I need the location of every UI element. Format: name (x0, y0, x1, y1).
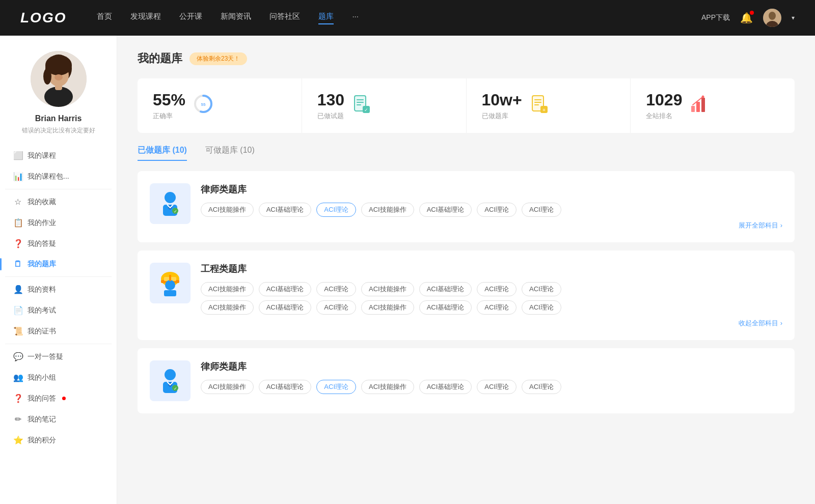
sidebar-item-group[interactable]: 👥 我的小组 (5, 367, 112, 388)
tag-l1-5[interactable]: ACI理论 (477, 203, 517, 217)
sidebar-label-oneone: 一对一答疑 (28, 352, 63, 361)
accuracy-chart-icon: 55 (194, 94, 213, 117)
sidebar-menu: ⬜ 我的课程 📊 我的课程包... ☆ 我的收藏 📋 我的作业 ❓ 我的答疑 🗒 (0, 145, 117, 451)
sidebar-item-notes[interactable]: ✏ 我的笔记 (5, 409, 112, 430)
stat-accuracy-label: 正确率 (153, 111, 185, 121)
doc-teal-icon: ✓ (352, 95, 371, 117)
user-avatar-nav[interactable] (763, 9, 781, 27)
myqa-dot (62, 397, 66, 400)
expand-link-lawyer-1[interactable]: 展开全部科目 › (201, 221, 782, 230)
svg-rect-30 (696, 102, 700, 112)
qbank-icon-lawyer-1: ✓ (150, 183, 191, 224)
tag-l1-1[interactable]: ACI基础理论 (259, 203, 312, 217)
stat-done-bank-label: 已做题库 (482, 111, 522, 121)
exam-icon: 📄 (13, 305, 22, 315)
tag-e-2[interactable]: ACI理论 (316, 282, 356, 296)
tag-e-4[interactable]: ACI基础理论 (419, 282, 472, 296)
tags-row-engineer-2: ACI技能操作 ACI基础理论 ACI理论 ACI技能操作 ACI基础理论 AC… (201, 300, 782, 315)
nav-news[interactable]: 新闻资讯 (221, 12, 251, 24)
tag-e-5[interactable]: ACI理论 (477, 282, 517, 296)
sidebar-item-homework[interactable]: 📋 我的作业 (5, 212, 112, 233)
tag-e-ex-6[interactable]: ACI理论 (522, 300, 561, 315)
tags-row-engineer-1: ACI技能操作 ACI基础理论 ACI理论 ACI技能操作 ACI基础理论 AC… (201, 282, 782, 296)
nav-qa[interactable]: 问答社区 (269, 12, 300, 24)
svg-point-1 (769, 12, 776, 20)
sidebar-item-favorites[interactable]: ☆ 我的收藏 (5, 191, 112, 212)
tag-l2-6[interactable]: ACI理论 (522, 380, 561, 394)
sidebar-item-course[interactable]: ⬜ 我的课程 (5, 145, 112, 166)
page-header: 我的题库 体验剩余23天！ (138, 51, 795, 66)
stat-accuracy-text: 55% 正确率 (153, 91, 185, 121)
tag-l1-4[interactable]: ACI基础理论 (419, 203, 472, 217)
tag-l1-6[interactable]: ACI理论 (522, 203, 561, 217)
svg-text:✓: ✓ (174, 386, 177, 391)
stat-rank-text: 1029 全站排名 (646, 91, 682, 121)
nav-qbank[interactable]: 题库 (318, 12, 334, 24)
sidebar-label-coursepack: 我的课程包... (28, 172, 69, 181)
divider-1 (5, 189, 112, 189)
page-container: Brian Harris 错误的决定比没有决定要好 ⬜ 我的课程 📊 我的课程包… (0, 36, 815, 504)
nav-opencourse[interactable]: 公开课 (179, 12, 202, 24)
sidebar-item-exam[interactable]: 📄 我的考试 (5, 300, 112, 321)
app-download-link[interactable]: APP下载 (701, 13, 730, 22)
sidebar-item-myqa[interactable]: ❓ 我的问答 (5, 388, 112, 409)
notification-dot (750, 11, 754, 15)
stat-rank-value: 1029 (646, 91, 682, 109)
collapse-link-engineer[interactable]: 收起全部科目 › (201, 319, 782, 328)
svg-text:✓: ✓ (364, 107, 368, 113)
tag-e-ex-0[interactable]: ACI技能操作 (201, 300, 254, 315)
nav-discover[interactable]: 发现课程 (130, 12, 161, 24)
stat-accuracy: 55% 正确率 55 (138, 78, 302, 133)
tag-e-3[interactable]: ACI技能操作 (361, 282, 414, 296)
tabs-bar: 已做题库 (10) 可做题库 (10) (138, 145, 795, 161)
sidebar-item-qbank[interactable]: 🗒 我的题库 (5, 254, 112, 274)
oneone-icon: 💬 (13, 352, 22, 361)
stat-rank-label: 全站排名 (646, 111, 682, 121)
tag-l2-2[interactable]: ACI理论 (316, 380, 356, 394)
svg-rect-9 (55, 84, 62, 90)
tab-done[interactable]: 已做题库 (10) (138, 145, 187, 161)
tag-l1-3[interactable]: ACI技能操作 (361, 203, 414, 217)
nav-more[interactable]: ··· (352, 12, 359, 24)
sidebar-item-qa[interactable]: ❓ 我的答疑 (5, 233, 112, 254)
sidebar-item-coursepack[interactable]: 📊 我的课程包... (5, 166, 112, 187)
chart-red-icon (690, 95, 709, 117)
sidebar-item-oneone[interactable]: 💬 一对一答疑 (5, 346, 112, 367)
tag-l2-3[interactable]: ACI技能操作 (361, 380, 414, 394)
tag-l2-0[interactable]: ACI技能操作 (201, 380, 254, 394)
tag-e-ex-4[interactable]: ACI基础理论 (419, 300, 472, 315)
sidebar-item-points[interactable]: ⭐ 我的积分 (5, 430, 112, 451)
tags-row-lawyer-1: ACI技能操作 ACI基础理论 ACI理论 ACI技能操作 ACI基础理论 AC… (201, 203, 782, 217)
stat-rank: 1029 全站排名 (631, 78, 795, 133)
tag-l2-4[interactable]: ACI基础理论 (419, 380, 472, 394)
sidebar-label-qa: 我的答疑 (28, 239, 56, 248)
stat-done-q-label: 已做试题 (317, 111, 344, 121)
nav-home[interactable]: 首页 (97, 12, 112, 24)
tag-e-ex-2[interactable]: ACI理论 (316, 300, 356, 315)
tag-e-ex-1[interactable]: ACI基础理论 (259, 300, 312, 315)
svg-point-41 (165, 280, 175, 290)
tags-row-lawyer-2: ACI技能操作 ACI基础理论 ACI理论 ACI技能操作 ACI基础理论 AC… (201, 380, 782, 394)
svg-point-7 (43, 68, 51, 85)
myqa-icon: ❓ (13, 394, 22, 403)
tab-todo[interactable]: 可做题库 (10) (205, 145, 255, 161)
stat-done-bank: 10w+ 已做题库 ≡ (467, 78, 631, 133)
tag-e-0[interactable]: ACI技能操作 (201, 282, 254, 296)
logo: LOGO (20, 10, 66, 26)
tag-l2-1[interactable]: ACI基础理论 (259, 380, 312, 394)
tag-l1-0[interactable]: ACI技能操作 (201, 203, 254, 217)
sidebar-item-profile[interactable]: 👤 我的资料 (5, 279, 112, 300)
user-dropdown-chevron[interactable]: ▾ (792, 14, 795, 21)
sidebar-item-cert[interactable]: 📜 我的证书 (5, 321, 112, 342)
tag-e-ex-5[interactable]: ACI理论 (477, 300, 517, 315)
svg-point-44 (165, 369, 176, 380)
sidebar-label-notes: 我的笔记 (28, 415, 56, 424)
tag-e-ex-3[interactable]: ACI技能操作 (361, 300, 414, 315)
tag-e-1[interactable]: ACI基础理论 (259, 282, 312, 296)
tag-e-6[interactable]: ACI理论 (522, 282, 561, 296)
qbank-title-lawyer-1: 律师类题库 (201, 183, 782, 195)
tag-l2-5[interactable]: ACI理论 (477, 380, 517, 394)
divider-3 (5, 344, 112, 344)
notification-bell[interactable]: 🔔 (740, 12, 753, 24)
tag-l1-2[interactable]: ACI理论 (316, 203, 356, 217)
